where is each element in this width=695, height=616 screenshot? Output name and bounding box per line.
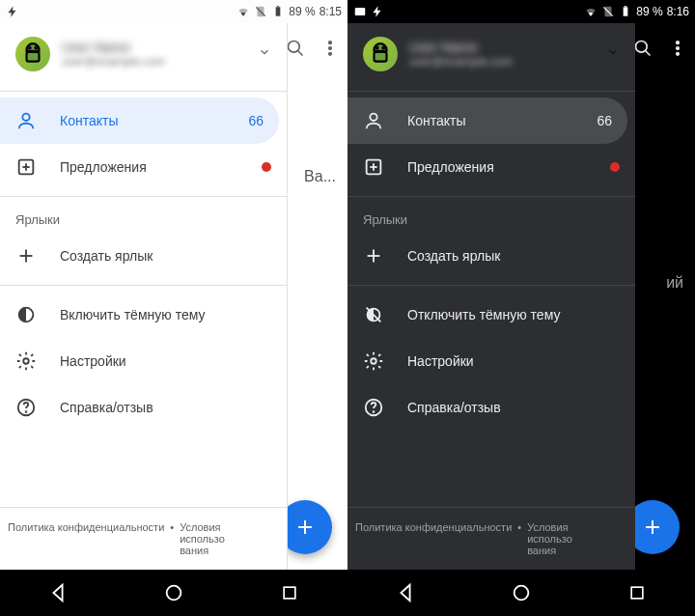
divider bbox=[0, 285, 287, 286]
nav-recent[interactable] bbox=[608, 570, 666, 616]
contacts-count: 66 bbox=[597, 113, 612, 128]
svg-point-49 bbox=[371, 358, 376, 364]
svg-point-40 bbox=[382, 47, 384, 49]
svg-point-34 bbox=[677, 47, 680, 50]
divider bbox=[0, 91, 287, 92]
wifi-icon bbox=[236, 5, 250, 18]
svg-rect-53 bbox=[631, 587, 643, 599]
svg-point-51 bbox=[374, 411, 375, 412]
svg-point-24 bbox=[167, 586, 181, 601]
terms-link[interactable]: Условия использования bbox=[527, 521, 575, 556]
help-icon bbox=[15, 397, 37, 418]
alert-dot bbox=[262, 162, 271, 172]
divider bbox=[0, 196, 287, 197]
svg-point-4 bbox=[289, 42, 300, 53]
svg-point-31 bbox=[636, 42, 648, 53]
nav-label: Отключить тёмную тему bbox=[407, 307, 620, 322]
terms-link[interactable]: Условия использования bbox=[180, 521, 228, 556]
nav-item-theme-toggle[interactable]: Отключить тёмную тему bbox=[348, 292, 635, 338]
svg-point-13 bbox=[35, 47, 37, 49]
chevron-down-icon[interactable] bbox=[258, 45, 271, 63]
labels-header: Ярлыки bbox=[348, 203, 635, 233]
dot-separator: • bbox=[517, 521, 521, 533]
svg-point-6 bbox=[329, 42, 332, 44]
bolt-icon bbox=[371, 5, 384, 18]
svg-rect-29 bbox=[624, 7, 628, 15]
wifi-icon bbox=[584, 5, 598, 18]
svg-rect-25 bbox=[284, 587, 295, 599]
svg-rect-38 bbox=[375, 52, 387, 62]
svg-line-32 bbox=[646, 51, 651, 56]
nav-back[interactable] bbox=[376, 570, 434, 616]
chevron-down-icon[interactable] bbox=[606, 45, 620, 63]
account-header[interactable]: User Name user@example.com bbox=[0, 23, 287, 85]
theme-off-icon bbox=[363, 304, 384, 325]
divider bbox=[348, 196, 635, 197]
account-email: user@example.com bbox=[62, 55, 246, 69]
nav-item-contacts[interactable]: Контакты 66 bbox=[0, 98, 279, 144]
nav-label: Предложения bbox=[60, 159, 238, 175]
drawer-footer: Политика конфиденциальности • Условия ис… bbox=[348, 507, 635, 570]
bolt-icon bbox=[6, 5, 19, 18]
nav-label: Включить тёмную тему bbox=[60, 307, 271, 322]
svg-point-21 bbox=[23, 358, 29, 364]
svg-line-5 bbox=[298, 51, 303, 56]
nav-drawer: User Name user@example.com Контакты 66 П… bbox=[348, 23, 635, 570]
nav-label: Настройки bbox=[407, 353, 620, 369]
svg-rect-30 bbox=[625, 6, 626, 7]
more-icon[interactable] bbox=[320, 39, 340, 62]
no-sim-icon bbox=[254, 5, 267, 18]
body-peek: Ва... bbox=[304, 168, 336, 185]
body-peek: ий bbox=[666, 274, 683, 292]
nav-item-suggestions[interactable]: Предложения bbox=[0, 144, 287, 190]
svg-point-14 bbox=[22, 114, 29, 121]
svg-point-33 bbox=[677, 42, 680, 44]
theme-icon bbox=[15, 304, 37, 325]
battery-percent: 89 % bbox=[289, 5, 315, 18]
svg-point-41 bbox=[370, 114, 376, 121]
nav-recent[interactable] bbox=[261, 570, 319, 616]
nav-item-help[interactable]: Справка/отзыв bbox=[348, 384, 635, 431]
nav-label: Контакты bbox=[60, 113, 225, 128]
avatar bbox=[363, 37, 398, 71]
nav-item-settings[interactable]: Настройки bbox=[348, 338, 635, 384]
nav-label: Справка/отзыв bbox=[60, 400, 271, 415]
nav-home[interactable] bbox=[492, 570, 550, 616]
clock: 8:15 bbox=[320, 5, 342, 18]
nav-item-create-label[interactable]: Создать ярлык bbox=[348, 233, 635, 279]
nav-label: Создать ярлык bbox=[407, 248, 620, 264]
nav-home[interactable] bbox=[145, 570, 203, 616]
svg-point-12 bbox=[29, 47, 31, 49]
privacy-link[interactable]: Политика конфиденциальности bbox=[8, 521, 164, 533]
account-email: user@example.com bbox=[409, 55, 595, 69]
drawer-footer: Политика конфиденциальности • Условия ис… bbox=[0, 507, 287, 570]
gear-icon bbox=[363, 350, 384, 372]
plus-icon bbox=[15, 245, 37, 266]
no-sim-icon bbox=[601, 5, 615, 18]
nav-item-create-label[interactable]: Создать ярлык bbox=[0, 233, 287, 279]
suggestions-icon bbox=[363, 156, 384, 178]
search-icon[interactable] bbox=[633, 39, 653, 62]
nav-back[interactable] bbox=[29, 570, 87, 616]
person-icon bbox=[15, 110, 37, 131]
suggestions-icon bbox=[15, 156, 37, 178]
svg-rect-11 bbox=[27, 52, 40, 62]
svg-rect-3 bbox=[277, 6, 279, 7]
nav-drawer: User Name user@example.com Контакты 66 П… bbox=[0, 23, 288, 570]
battery-icon bbox=[619, 5, 632, 18]
account-header[interactable]: User Name user@example.com bbox=[348, 23, 635, 85]
svg-rect-26 bbox=[355, 8, 366, 15]
svg-point-39 bbox=[376, 47, 378, 49]
nav-item-help[interactable]: Справка/отзыв bbox=[0, 384, 287, 431]
divider bbox=[348, 91, 635, 92]
nav-item-contacts[interactable]: Контакты 66 bbox=[348, 98, 627, 144]
nav-item-suggestions[interactable]: Предложения bbox=[348, 144, 635, 190]
search-icon[interactable] bbox=[286, 39, 305, 62]
more-icon[interactable] bbox=[668, 39, 687, 62]
nav-item-settings[interactable]: Настройки bbox=[0, 338, 287, 384]
nav-item-theme-toggle[interactable]: Включить тёмную тему bbox=[0, 292, 287, 338]
status-bar: 89 % 8:15 bbox=[0, 0, 348, 23]
dot-separator: • bbox=[170, 521, 174, 533]
privacy-link[interactable]: Политика конфиденциальности bbox=[355, 521, 512, 533]
person-icon bbox=[363, 110, 384, 131]
